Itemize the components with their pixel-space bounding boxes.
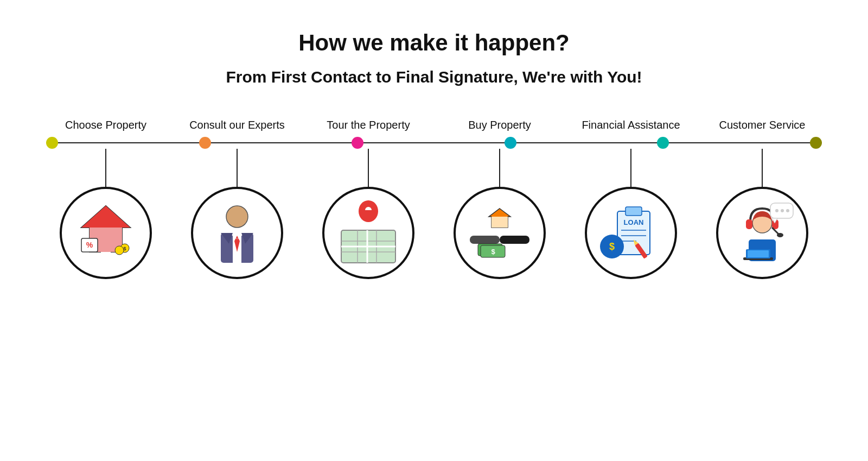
svg-point-49	[777, 233, 783, 237]
step-dot-5	[810, 137, 822, 149]
sub-title: From First Contact to Final Signature, W…	[226, 68, 642, 86]
step-connector-5	[703, 149, 822, 187]
step-label-3: Buy Property	[440, 119, 559, 131]
step-dot-0	[46, 137, 58, 149]
svg-point-52	[775, 209, 778, 212]
step-connector-2	[309, 149, 428, 187]
step-dot-1	[199, 137, 211, 149]
svg-text:%: %	[86, 241, 93, 249]
step-connector-4	[571, 149, 691, 187]
connector-line-0	[105, 149, 106, 187]
svg-marker-3	[81, 206, 130, 228]
svg-text:$: $	[123, 246, 126, 251]
svg-rect-28	[492, 217, 508, 228]
header-section: How we make it happen? From First Contac…	[226, 30, 642, 86]
step-icon-item-1	[177, 187, 297, 279]
step-circle-5	[716, 187, 808, 279]
svg-text:LOAN: LOAN	[624, 218, 644, 226]
connector-line-2	[368, 149, 369, 187]
step-circle-1	[191, 187, 283, 279]
svg-point-9	[226, 206, 248, 228]
step-label-1: Consult our Experts	[177, 119, 297, 131]
connectors-row	[41, 149, 827, 187]
svg-rect-46	[746, 219, 752, 229]
connector-line-3	[499, 149, 500, 187]
step-circle-3: $	[454, 187, 546, 279]
process-container: Choose PropertyConsult our ExpertsTour t…	[41, 119, 827, 279]
step-icon-item-4: LOAN $	[571, 187, 691, 279]
main-title: How we make it happen?	[226, 30, 642, 56]
step-label-5: Customer Service	[703, 119, 822, 131]
step-icon-item-3: $	[440, 187, 559, 279]
timeline-line	[46, 142, 822, 143]
svg-point-53	[781, 209, 784, 212]
step-dot-2	[352, 137, 363, 149]
svg-rect-57	[748, 250, 769, 257]
step-label-0: Choose Property	[46, 119, 165, 131]
timeline-row	[41, 137, 827, 149]
labels-row: Choose PropertyConsult our ExpertsTour t…	[41, 119, 827, 131]
step-circle-4: LOAN $	[585, 187, 677, 279]
icons-row: % $	[41, 187, 827, 279]
step-connector-0	[46, 149, 165, 187]
step-label-2: Tour the Property	[309, 119, 428, 131]
step-dot-4	[657, 137, 669, 149]
svg-rect-29	[470, 236, 500, 244]
svg-text:$: $	[491, 248, 495, 256]
step-dot-3	[505, 137, 516, 149]
step-connector-1	[177, 149, 297, 187]
connector-line-1	[237, 149, 238, 187]
step-connector-3	[440, 149, 559, 187]
svg-rect-30	[500, 236, 529, 244]
svg-text:$: $	[609, 241, 615, 252]
step-circle-0: % $	[60, 187, 152, 279]
step-label-4: Financial Assistance	[571, 119, 691, 131]
svg-rect-35	[626, 207, 642, 216]
step-icon-item-5	[703, 187, 822, 279]
connector-line-4	[630, 149, 631, 187]
step-icon-item-0: % $	[46, 187, 165, 279]
step-circle-2	[322, 187, 414, 279]
svg-point-54	[786, 209, 789, 212]
step-icon-item-2	[309, 187, 428, 279]
svg-point-7	[115, 246, 124, 255]
connector-line-5	[762, 149, 763, 187]
